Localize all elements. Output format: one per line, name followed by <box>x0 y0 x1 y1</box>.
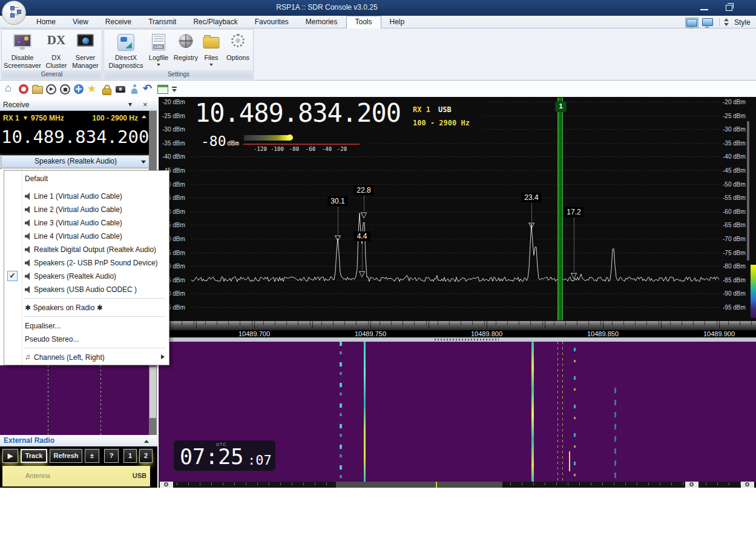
style-menu-button[interactable]: Style <box>734 18 751 27</box>
menu-separator <box>24 298 165 299</box>
menu-item-line-3-virtual-audio-cable[interactable]: Line 3 (Virtual Audio Cable) <box>4 216 169 230</box>
audio-output-combobox[interactable]: Speakers (Realtek Audio) <box>1 155 150 168</box>
layout-dual-monitor-button[interactable] <box>701 18 714 28</box>
ribbon-button-disable-screensaver[interactable]: DisableScreensaver <box>4 31 41 71</box>
folder-glyph <box>32 86 43 94</box>
rx-tuning-bar[interactable] <box>557 98 563 320</box>
chevron-down-icon[interactable]: ▾ <box>128 100 132 108</box>
receive-frequency-display[interactable]: RX 1 ▼ 9750 MHz 100 - 2900 Hz 10.489.834… <box>0 111 150 155</box>
menu-item-pseudo-stereo[interactable]: Pseudo Stereo... <box>4 333 169 346</box>
home-icon[interactable] <box>4 83 16 95</box>
menu-item-label: Pseudo Stereo... <box>25 335 79 344</box>
pan-icon[interactable] <box>685 482 698 488</box>
menu-item-line-2-virtual-audio-cable[interactable]: Line 2 (Virtual Audio Cable) <box>4 203 169 216</box>
undo-icon[interactable] <box>143 83 155 95</box>
collapse-icon[interactable] <box>144 440 149 443</box>
scroll-up-icon[interactable] <box>142 115 146 118</box>
stop-icon[interactable] <box>59 83 71 95</box>
menu-item-realtek-digital-output-realtek-audio[interactable]: Realtek Digital Output (Realtek Audio) <box>4 243 169 256</box>
menu-item-default[interactable]: Default <box>4 172 169 185</box>
scrollbar-thumb[interactable] <box>150 367 156 418</box>
menu-item-label: Default <box>25 174 48 183</box>
more-glyph <box>172 87 177 91</box>
ribbon-button-directx-diagnostics[interactable]: DirectXDiagnostics <box>108 31 144 71</box>
ribbon-button-options[interactable]: Options <box>220 31 256 71</box>
menu-item-speakers-realtek-audio[interactable]: ✓Speakers (Realtek Audio) <box>4 270 169 283</box>
menu-item-channels-left-right[interactable]: ♫Channels (Left, Right) <box>4 351 169 364</box>
signal-marker-line <box>574 218 574 271</box>
waterfall-display[interactable]: UTC 07:25 :07 <box>159 342 756 482</box>
window-icon[interactable] <box>157 83 169 95</box>
waterfall-signal-trace <box>569 451 570 471</box>
chevron-down-icon[interactable] <box>157 64 160 66</box>
nav-tuned-marker <box>436 482 437 488</box>
external-radio-button-1[interactable]: 1 <box>123 449 137 463</box>
tab-home[interactable]: Home <box>28 16 64 28</box>
menu-item-line-4-virtual-audio-cable[interactable]: Line 4 (Virtual Audio Cable) <box>4 230 169 243</box>
external-radio-button-track[interactable]: Track <box>21 449 47 463</box>
rx-tuning-bar-label[interactable]: 1 <box>555 101 567 112</box>
person-icon[interactable] <box>129 83 141 95</box>
folder-icon[interactable] <box>31 83 44 95</box>
chevron-down-icon[interactable] <box>209 64 213 66</box>
more-icon[interactable] <box>171 83 183 95</box>
tuned-frequency[interactable]: 10.489.834.200 <box>1 127 149 147</box>
tab-tools[interactable]: Tools <box>346 16 381 29</box>
tab-favourites[interactable]: Favourites <box>246 16 297 28</box>
menu-item-label: Line 2 (Virtual Audio Cable) <box>34 205 122 214</box>
lock-icon[interactable] <box>101 83 113 95</box>
menu-item-speakers-on-radio[interactable]: ✱ Speakers on Radio ✱ <box>4 301 169 314</box>
close-icon[interactable]: × <box>143 100 148 109</box>
play-icon[interactable] <box>45 83 58 95</box>
tune-down-icon[interactable]: ▼ <box>22 115 28 121</box>
nav-visible-range[interactable] <box>336 482 502 488</box>
tab-help[interactable]: Help <box>381 16 413 28</box>
zoom-in-icon[interactable] <box>741 482 754 488</box>
spectrum-display[interactable]: -20 dBm-20 dBm-25 dBm-25 dBm-30 dBm-30 d… <box>159 97 756 321</box>
horizontal-scroll-strip[interactable] <box>159 337 756 342</box>
ring-icon[interactable] <box>18 83 30 95</box>
menu-item-line-1-virtual-audio-cable[interactable]: Line 1 (Virtual Audio Cable) <box>4 190 169 203</box>
chevron-down-icon <box>141 161 146 164</box>
add-icon[interactable] <box>73 83 85 95</box>
external-radio-button-play[interactable]: ▶ <box>2 449 18 463</box>
external-radio-button-2[interactable]: 2 <box>139 449 153 463</box>
menu-item-speakers-usb-audio-codec[interactable]: Speakers (USB Audio CODEC ) <box>4 283 169 296</box>
zoom-out-icon[interactable] <box>160 482 173 488</box>
external-radio-button-help[interactable]: ? <box>104 449 119 463</box>
drag-handle[interactable] <box>435 339 499 340</box>
tab-receive[interactable]: Receive <box>97 16 140 28</box>
external-radio-header: External Radio <box>0 435 157 446</box>
app-icon-line <box>12 9 12 13</box>
waterfall-marker-dash <box>100 365 101 435</box>
band-navigation-bar[interactable] <box>159 482 756 488</box>
ribbon-group-label: Settings <box>105 70 252 78</box>
external-radio-button-plus-minus[interactable]: ± <box>85 449 99 463</box>
speaker-icon <box>25 233 33 240</box>
external-radio-button-refresh[interactable]: Refresh <box>50 449 82 463</box>
ring-glyph <box>19 84 28 94</box>
layout-single-monitor-button[interactable] <box>685 18 698 28</box>
ribbon-button-label: DirectX <box>115 54 137 61</box>
layout-spinner-icon[interactable] <box>724 18 729 26</box>
registry-icon <box>179 34 193 48</box>
camera-icon[interactable] <box>115 83 127 95</box>
restore-button[interactable] <box>726 5 732 11</box>
minimize-button[interactable] <box>700 9 708 10</box>
app-menu-icon[interactable] <box>2 1 26 25</box>
signal-marker-label: 23.4 <box>521 193 541 202</box>
tab-view[interactable]: View <box>64 16 97 28</box>
ribbon-button-label: DX <box>51 54 61 61</box>
frequency-ruler[interactable] <box>159 321 756 330</box>
spectrum-trace <box>159 97 756 321</box>
external-radio-antenna-field[interactable]: Antenna USB <box>2 466 150 486</box>
menu-item-equaliser[interactable]: Equaliser... <box>4 319 169 333</box>
ribbon-group-settings: DirectXDiagnosticsLogfileRegistryFilesOp… <box>104 29 254 79</box>
waterfall-signal-trace <box>364 342 366 482</box>
ribbon-button-server-manager[interactable]: ServerManager <box>67 31 104 71</box>
tab-transmit[interactable]: Transmit <box>140 16 185 28</box>
tab-rec-playback[interactable]: Rec/Playback <box>185 16 246 28</box>
star-icon[interactable] <box>87 83 99 95</box>
menu-item-speakers-2-usb-pnp-sound-device[interactable]: Speakers (2- USB PnP Sound Device) <box>4 256 169 270</box>
tab-memories[interactable]: Memories <box>297 16 346 28</box>
